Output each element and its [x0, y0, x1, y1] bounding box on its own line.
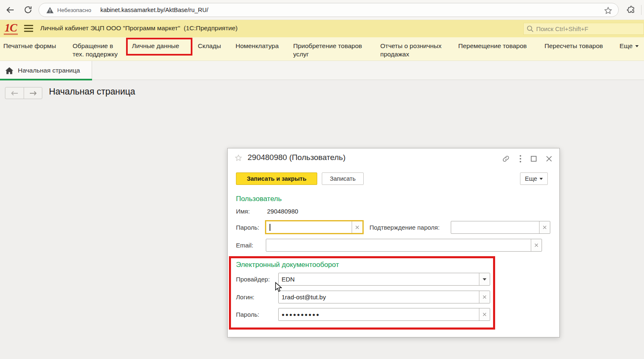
menu-item-nomenclature[interactable]: Номенклатура — [236, 42, 279, 50]
menu-item-more[interactable]: Еще — [620, 42, 639, 50]
history-nav-buttons — [5, 87, 42, 99]
provider-label: Провайдер: — [236, 276, 270, 283]
search-icon — [527, 25, 534, 32]
app-header: 1С Личный кабинет ЭЦП ООО "Программ марк… — [0, 20, 644, 37]
password-label: Пароль: — [236, 224, 259, 231]
email-field[interactable] — [266, 239, 542, 252]
confirm-password-input[interactable] — [451, 221, 539, 233]
provider-combobox[interactable] — [278, 273, 490, 286]
name-label: Имя: — [236, 208, 250, 215]
login-label: Логин: — [236, 294, 255, 301]
tab-home-page[interactable]: Начальная страница — [0, 61, 92, 80]
close-icon[interactable] — [546, 156, 552, 162]
login-field[interactable] — [278, 291, 490, 303]
extensions-puzzle-icon[interactable] — [627, 5, 636, 16]
menu-item-goods-recount[interactable]: Пересчеты товаров — [544, 42, 603, 50]
menu-item-retail-reports[interactable]: Отчеты о розничных продажах — [380, 42, 450, 58]
confirm-password-field[interactable] — [451, 221, 550, 234]
home-icon — [5, 67, 13, 74]
dropdown-arrow-icon[interactable] — [479, 273, 490, 285]
menu-item-tech-support[interactable]: Обращение в тех. поддержку — [73, 42, 123, 58]
browser-back-icon[interactable] — [5, 5, 15, 17]
edo-password-field[interactable] — [278, 308, 490, 321]
toolbar-divider — [641, 5, 642, 15]
menu-item-goods-purchase[interactable]: Приобретение товаров услуг — [293, 42, 372, 58]
name-value: 290480980 — [267, 208, 298, 215]
get-link-icon[interactable] — [502, 155, 510, 163]
menu-item-print-forms[interactable]: Печатные формы — [3, 42, 56, 50]
email-input[interactable] — [266, 239, 531, 251]
more-button[interactable]: Еще — [520, 172, 548, 185]
page-title: Начальная страница — [49, 87, 135, 97]
menu-item-goods-transfer[interactable]: Перемещение товаров — [458, 42, 527, 50]
chevron-down-icon — [635, 45, 639, 47]
save-button[interactable]: Записать — [322, 172, 364, 185]
bookmark-star-icon[interactable] — [604, 6, 612, 17]
arrow-right-icon — [29, 91, 37, 96]
nav-back-button[interactable] — [5, 87, 24, 99]
tab-label: Начальная страница — [18, 67, 80, 74]
global-search[interactable] — [523, 23, 644, 35]
browser-refresh-icon[interactable] — [23, 5, 33, 16]
search-input[interactable] — [534, 25, 644, 32]
password-input[interactable] — [266, 221, 352, 233]
dialog-window-controls — [502, 155, 552, 163]
confirm-password-label: Подтверждение пароля: — [369, 224, 440, 231]
clear-icon[interactable] — [539, 221, 550, 233]
save-and-close-button[interactable]: Записать и закрыть — [236, 172, 317, 185]
tab-bar: Начальная страница — [0, 61, 644, 80]
user-dialog: 290480980 (Пользователь) Записать и закр… — [227, 148, 560, 337]
app-title: Личный кабинет ЭЦП ООО "Программ маркет"… — [40, 24, 238, 32]
sections-menu: Печатные формы Обращение в тех. поддержк… — [0, 37, 644, 61]
menu-item-personal-data[interactable]: Личные данные — [132, 42, 179, 50]
chevron-down-icon — [540, 178, 543, 180]
security-status-label: Небезопасно — [57, 7, 91, 13]
not-secure-warning-icon — [46, 7, 53, 13]
arrow-left-icon — [11, 91, 18, 96]
clear-icon[interactable] — [531, 239, 542, 251]
clear-icon[interactable] — [479, 291, 490, 303]
kebab-menu-icon[interactable] — [520, 155, 521, 163]
provider-input[interactable] — [279, 273, 479, 285]
edo-password-input[interactable] — [279, 308, 479, 320]
password-field[interactable] — [265, 220, 364, 234]
clear-icon[interactable] — [479, 308, 490, 320]
clear-icon[interactable] — [352, 221, 362, 233]
1c-logo: 1С — [4, 22, 18, 35]
browser-toolbar: Небезопасно kabinet.kassamarket.by/AktBa… — [0, 0, 644, 20]
edo-password-label: Пароль: — [236, 311, 259, 318]
maximize-icon[interactable] — [531, 156, 537, 162]
user-section-heading: Пользователь — [236, 195, 282, 203]
main-menu-hamburger-icon[interactable] — [24, 25, 33, 34]
menu-item-warehouses[interactable]: Склады — [198, 42, 221, 50]
email-label: Email: — [236, 242, 253, 249]
nav-forward-button[interactable] — [24, 87, 42, 99]
favorite-star-icon[interactable] — [234, 154, 243, 164]
address-bar[interactable]: Небезопасно kabinet.kassamarket.by/AktBa… — [39, 3, 619, 17]
url-text: kabinet.kassamarket.by/AktBase/ru_RU/ — [100, 7, 208, 13]
active-tab-underline — [0, 79, 92, 80]
login-input[interactable] — [279, 291, 479, 303]
edo-section-heading: Электронный документооборот — [236, 261, 339, 269]
dialog-title: 290480980 (Пользователь) — [248, 153, 345, 162]
